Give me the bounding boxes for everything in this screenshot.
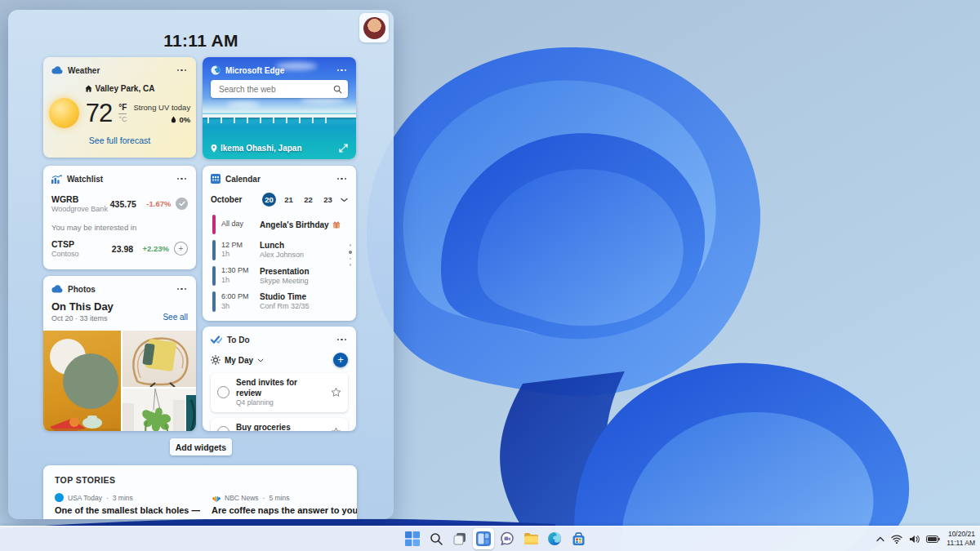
more-options-icon[interactable] bbox=[336, 68, 349, 73]
calendar-day[interactable]: 22 bbox=[301, 193, 315, 207]
microsoft-store-button[interactable] bbox=[568, 528, 589, 549]
battery-icon[interactable] bbox=[926, 535, 940, 543]
watchlist-title: Watchlist bbox=[67, 175, 103, 184]
desktop: 11:11 AM Weather Valley Park, CA 72 bbox=[0, 0, 980, 551]
web-search-box[interactable] bbox=[211, 80, 348, 98]
event-time: 1:30 PM bbox=[221, 266, 254, 276]
event-time: 6:00 PM bbox=[221, 292, 254, 302]
calendar-icon bbox=[211, 174, 220, 184]
calendar-event[interactable]: All day Angela's Birthday bbox=[212, 215, 345, 234]
calendar-event[interactable]: 1:30 PM 1h Presentation Skype Meeting bbox=[212, 266, 345, 287]
photos-cloud-icon bbox=[51, 285, 63, 293]
watchlist-suggestion-label: You may be interested in bbox=[43, 223, 196, 232]
event-color-bar bbox=[212, 266, 216, 287]
start-button[interactable] bbox=[402, 528, 423, 549]
chevron-down-icon[interactable] bbox=[341, 198, 348, 202]
calendar-day-selected[interactable]: 20 bbox=[262, 193, 276, 207]
stock-row[interactable]: CTSP Contoso 23.98 +2.23% + bbox=[43, 239, 196, 258]
news-story[interactable]: USA Today · 3 mins One of the smallest b… bbox=[55, 493, 200, 515]
add-task-button[interactable]: + bbox=[333, 353, 348, 367]
home-icon bbox=[85, 85, 92, 92]
stock-change: -1.67% bbox=[136, 199, 172, 208]
calendar-day[interactable]: 21 bbox=[282, 193, 296, 207]
expand-icon[interactable] bbox=[339, 144, 348, 153]
see-full-forecast-link[interactable]: See full forecast bbox=[43, 136, 196, 145]
photo-thumbnail[interactable] bbox=[122, 389, 196, 431]
clock-tray[interactable]: 10/20/21 11:11 AM bbox=[947, 530, 975, 547]
edge-browser-button[interactable] bbox=[544, 528, 565, 549]
photo-thumbnail[interactable] bbox=[43, 331, 121, 431]
user-avatar-button[interactable] bbox=[359, 13, 389, 42]
edge-photo-caption: Ikema Ohashi, Japan bbox=[220, 144, 302, 153]
event-time: 12 PM bbox=[221, 241, 254, 251]
event-subtitle: Conf Rm 32/35 bbox=[260, 302, 310, 312]
story-age: 3 mins bbox=[113, 494, 133, 502]
more-options-icon[interactable] bbox=[336, 337, 349, 343]
story-source: USA Today bbox=[68, 494, 102, 502]
task-complete-circle[interactable] bbox=[217, 426, 229, 431]
my-day-sun-icon bbox=[211, 355, 220, 365]
news-story[interactable]: NBC News · 5 mins Are coffee naps the an… bbox=[212, 493, 357, 515]
task-view-button[interactable] bbox=[449, 528, 470, 549]
unit-fahrenheit[interactable]: °F bbox=[118, 104, 127, 114]
story-headline: Are coffee naps the answer to your bbox=[212, 505, 357, 515]
droplet-icon bbox=[171, 116, 176, 123]
todo-check-icon bbox=[211, 335, 222, 344]
watched-check-icon[interactable] bbox=[176, 198, 188, 210]
widgets-button[interactable] bbox=[473, 528, 494, 549]
calendar-widget[interactable]: Calendar October 20 21 22 23 All bbox=[203, 166, 356, 321]
photos-meta: Oct 20 · 33 items bbox=[51, 314, 114, 322]
event-color-bar bbox=[212, 291, 216, 312]
weather-condition: Strong UV today bbox=[133, 103, 190, 112]
todo-task[interactable]: Buy groceries Tasks bbox=[211, 418, 348, 431]
file-explorer-button[interactable] bbox=[520, 528, 541, 549]
search-input[interactable] bbox=[217, 84, 328, 95]
chevron-down-icon[interactable] bbox=[257, 358, 264, 362]
todo-list-selector[interactable]: My Day bbox=[225, 356, 253, 365]
calendar-title: Calendar bbox=[225, 175, 261, 184]
weather-title: Weather bbox=[68, 66, 100, 75]
photos-widget[interactable]: Photos On This Day Oct 20 · 33 items See… bbox=[43, 276, 196, 431]
more-options-icon[interactable] bbox=[176, 68, 189, 73]
calendar-month[interactable]: October bbox=[211, 195, 242, 204]
stock-chart-icon bbox=[51, 175, 62, 184]
task-complete-circle[interactable] bbox=[217, 386, 229, 398]
stock-company: Woodgrove Bank bbox=[51, 205, 110, 213]
calendar-event[interactable]: 6:00 PM 3h Studio Time Conf Rm 32/35 bbox=[212, 291, 345, 312]
story-headline: One of the smallest black holes — and bbox=[55, 505, 200, 515]
weather-widget[interactable]: Weather Valley Park, CA 72 °F °C Strong … bbox=[43, 57, 196, 158]
search-button[interactable] bbox=[425, 528, 447, 549]
todo-title: To Do bbox=[227, 335, 250, 344]
search-icon[interactable] bbox=[333, 85, 342, 94]
stock-price: 23.98 bbox=[112, 244, 133, 254]
more-options-icon[interactable] bbox=[336, 176, 349, 182]
chat-button[interactable] bbox=[497, 528, 518, 549]
more-options-icon[interactable] bbox=[176, 287, 189, 292]
task-list-name: Q4 planning bbox=[236, 398, 324, 407]
unit-celsius[interactable]: °C bbox=[118, 114, 127, 123]
wifi-icon[interactable] bbox=[891, 535, 902, 544]
add-widgets-button[interactable]: Add widgets bbox=[170, 438, 232, 455]
nbc-news-logo-icon bbox=[212, 493, 220, 502]
event-duration: 1h bbox=[221, 250, 254, 260]
photo-thumbnail[interactable] bbox=[122, 331, 196, 387]
todo-widget[interactable]: To Do My Day + Send invites for review Q… bbox=[203, 327, 356, 431]
todo-task[interactable]: Send invites for review Q4 planning bbox=[211, 373, 348, 412]
widgets-panel: 11:11 AM Weather Valley Park, CA 72 bbox=[8, 10, 394, 519]
scroll-indicator[interactable] bbox=[349, 244, 352, 266]
show-hidden-icons-chevron[interactable] bbox=[876, 536, 884, 542]
stock-row[interactable]: WGRB Woodgrove Bank 435.75 -1.67% bbox=[43, 194, 196, 213]
star-icon[interactable] bbox=[331, 427, 341, 431]
add-to-watchlist-icon[interactable]: + bbox=[174, 242, 188, 256]
stock-symbol: CTSP bbox=[51, 239, 112, 249]
volume-icon[interactable] bbox=[909, 535, 920, 544]
edge-widget[interactable]: Microsoft Edge Ikema Ohashi, Japan bbox=[203, 57, 356, 159]
more-options-icon[interactable] bbox=[176, 176, 189, 182]
star-icon[interactable] bbox=[331, 387, 341, 398]
calendar-event[interactable]: 12 PM 1h Lunch Alex Johnson bbox=[212, 240, 345, 260]
sunny-icon bbox=[49, 98, 79, 128]
calendar-day[interactable]: 23 bbox=[321, 193, 335, 207]
see-all-link[interactable]: See all bbox=[163, 313, 188, 322]
watchlist-widget[interactable]: Watchlist WGRB Woodgrove Bank 435.75 -1.… bbox=[43, 166, 196, 269]
taskbar: 10/20/21 11:11 AM bbox=[0, 526, 980, 551]
